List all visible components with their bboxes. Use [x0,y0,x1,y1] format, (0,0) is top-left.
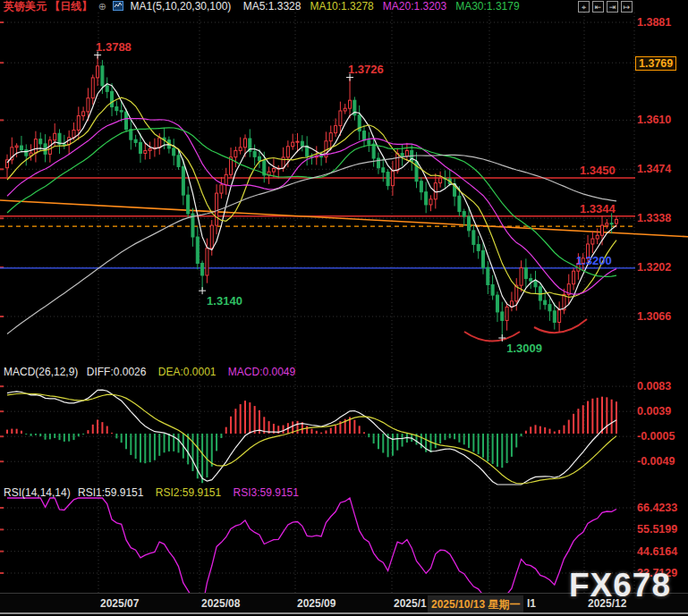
bottom-border [0,612,688,614]
level-price-label: 1.3450 [580,164,616,177]
axis-tick-label: 1.3202 [637,261,671,274]
axis-tick-label: 1.3066 [637,310,671,323]
rsi-title: RSI(14,14,14) [4,486,71,499]
extreme-point-markers [94,52,505,342]
ma-values: MA5:1.3328MA10:1.3278MA20:1.3203MA30:1.3… [234,0,520,13]
time-axis-label: 2025/1 [394,597,427,610]
time-axis-label: 2025/08 [201,597,240,610]
candlesticks [6,56,618,337]
level-price-label: 1.3200 [576,254,612,267]
axis-zoom-out-icon[interactable]: ⇥ [607,1,618,13]
macd-dea-value: DEA:0.0001 [158,366,217,378]
axis-tick-label: 0.0083 [637,380,671,392]
ma-value: MA30:1.3179 [455,0,519,13]
high-price-label: 1.3726 [348,63,384,76]
link-circle-plus-icon[interactable]: ⊕ [98,1,106,12]
macd-pane-header: MACD(26,12,9) DIFF:0.0026 DEA:0.0001 MAC… [4,367,295,378]
axis-zoom-in-icon[interactable]: ⇤ [592,1,604,13]
macd-title: MACD(26,12,9) [4,366,78,378]
low-price-label: 1.3140 [207,294,242,308]
rsi-pane-header: RSI(14,14,14) RSI1:59.9151 RSI2:59.9151 … [4,487,299,499]
rsi3-value: RSI3:59.9151 [234,486,299,499]
crosshair-date-readout: 2025/10/13 星期一 [428,595,523,614]
symbol-name: 英镑美元 [4,0,47,13]
candlestick-mini-icon[interactable] [113,1,123,11]
moving-average-lines [7,84,616,334]
time-axis-label: 2025/07 [100,597,139,610]
level-price-label: 1.3344 [580,202,616,215]
axis-tick-label: 1.3474 [637,163,671,175]
axis-tick-label: -0.0049 [637,455,675,468]
chart-header: 英镑美元 【日线】 ⊕ MA1(5,10,20,30,100) MA5:1.33… [0,0,688,13]
crosshair-price-readout: 1.3769 [635,56,676,71]
rsi1-value: RSI1:59.9151 [78,486,143,499]
rsi2-value: RSI2:59.9151 [156,486,221,499]
time-axis-label: I1 [527,597,536,610]
axis-tick-label: 1.3881 [637,16,671,29]
ma-value: MA10:1.3278 [310,0,373,13]
axis-tick-label: -0.0005 [637,430,675,443]
macd-plot [6,390,617,485]
axis-tick-label: 1.3610 [637,114,671,126]
high-price-label: 1.3788 [96,40,132,54]
ma-value: MA5:1.3328 [243,0,302,13]
macd-diff-value: DIFF:0.0026 [87,366,147,378]
watermark: FX678 [569,567,671,604]
crosshair-move-icon[interactable]: ⌖ [578,1,590,13]
macd-hist-value: MACD:0.0049 [228,366,295,378]
axis-tick-label: 55.5199 [637,523,677,536]
axis-tick-label: 0.0039 [637,405,671,418]
axis-tick-label: 66.4233 [637,502,677,514]
price-chart-canvas[interactable] [0,0,688,616]
axis-pan-right-icon[interactable]: ↦ [621,1,633,13]
low-price-label: 1.3009 [506,342,542,355]
period-selector[interactable]: 【日线】 [49,0,92,13]
time-axis-label: 2025/09 [297,597,336,610]
ma-value: MA20:1.3203 [383,0,446,13]
axis-tick-label: 44.6164 [637,545,677,558]
chart-toolbar: ⌖⇤⇥↦ [578,1,633,13]
axis-tick-label: 1.3338 [637,212,671,224]
ma-group-label: MA1(5,10,20,30,100) [131,0,232,13]
